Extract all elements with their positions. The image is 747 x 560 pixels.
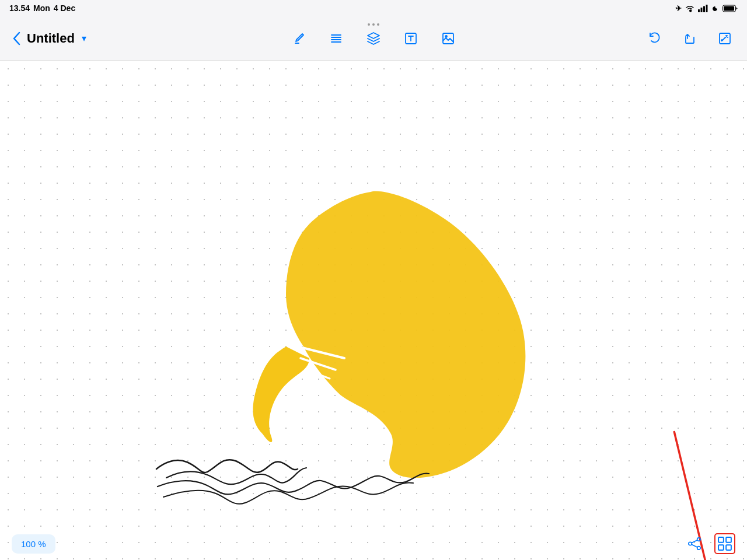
canvas-area[interactable]: 100 % xyxy=(0,61,747,560)
layers-tool-button[interactable] xyxy=(363,28,384,49)
svg-point-12 xyxy=(689,542,692,545)
svg-rect-18 xyxy=(726,537,731,542)
drawing-canvas xyxy=(0,61,747,560)
svg-rect-19 xyxy=(718,545,724,550)
title-chevron-icon[interactable]: ▾ xyxy=(82,33,86,44)
document-title: Untitled xyxy=(27,31,75,46)
image-tool-button[interactable] xyxy=(438,28,459,49)
back-button[interactable] xyxy=(12,30,22,47)
svg-rect-20 xyxy=(726,545,731,550)
airplane-icon: ✈ xyxy=(675,4,682,13)
lines-tool-button[interactable] xyxy=(326,28,347,49)
dot1 xyxy=(368,23,370,26)
toolbar-center xyxy=(288,28,459,49)
dot2 xyxy=(372,23,375,26)
bottom-right-icons xyxy=(684,533,735,554)
svg-point-13 xyxy=(697,538,701,541)
pen-tool-button[interactable] xyxy=(288,28,309,49)
status-left: 13.54 Mon 4 Dec xyxy=(9,4,75,13)
svg-rect-7 xyxy=(443,33,453,44)
status-right: ✈ xyxy=(675,4,738,13)
bottom-bar: 100 % xyxy=(0,527,747,560)
svg-rect-3 xyxy=(706,5,708,12)
svg-point-14 xyxy=(697,547,701,550)
grid-button[interactable] xyxy=(714,533,735,554)
day-label: Mon xyxy=(33,4,50,13)
svg-rect-5 xyxy=(724,6,734,10)
undo-button[interactable] xyxy=(644,28,665,49)
svg-rect-0 xyxy=(698,9,700,12)
wifi-icon xyxy=(685,5,694,12)
svg-rect-2 xyxy=(703,6,705,12)
moon-icon xyxy=(711,5,719,12)
share-button[interactable] xyxy=(679,28,700,49)
dot3 xyxy=(377,23,379,26)
text-tool-button[interactable] xyxy=(400,28,421,49)
svg-rect-17 xyxy=(718,537,724,542)
signal-icon xyxy=(698,5,708,12)
status-bar: 13.54 Mon 4 Dec ✈ xyxy=(0,0,747,16)
toolbar-left: Untitled ▾ xyxy=(12,30,128,47)
toolbar-right xyxy=(644,28,735,49)
connect-icon[interactable] xyxy=(684,533,705,554)
toolbar: Untitled ▾ xyxy=(0,16,747,61)
date-label: 4 Dec xyxy=(54,4,75,13)
battery-icon xyxy=(722,5,738,12)
svg-rect-1 xyxy=(701,8,703,12)
svg-line-16 xyxy=(692,544,697,547)
svg-point-8 xyxy=(445,36,447,37)
svg-line-15 xyxy=(692,540,697,543)
compose-button[interactable] xyxy=(714,28,735,49)
time-label: 13.54 xyxy=(9,4,30,13)
zoom-badge: 100 % xyxy=(12,534,55,554)
